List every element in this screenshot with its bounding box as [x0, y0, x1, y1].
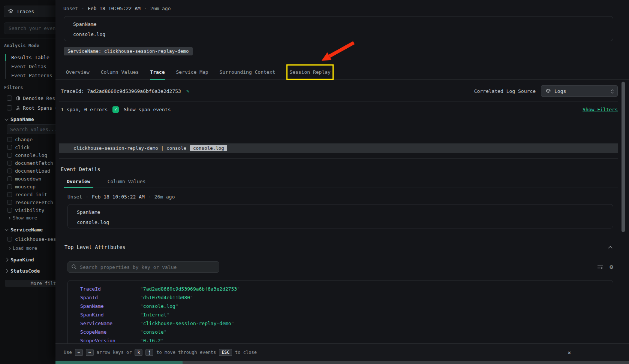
- analysis-mode-item[interactable]: Event Patterns: [0, 71, 55, 80]
- spanname-value-list: change click console.log documentFetch: [0, 136, 55, 214]
- filter-value-item[interactable]: change: [0, 136, 55, 143]
- event-drawer: Unset · Feb 18 10:05:22 AM · 26m ago Spa…: [55, 0, 629, 361]
- load-more-link[interactable]: Load more: [0, 245, 55, 252]
- checkbox: [7, 237, 12, 242]
- top-level-attributes-header[interactable]: Top Level Attributes: [64, 243, 612, 252]
- bottom-hscrollbar-track[interactable]: [183, 361, 629, 364]
- analysis-mode-list: Results Table Event Deltas Event Pattern…: [0, 53, 55, 80]
- filter-group-statuscode[interactable]: StatusCode: [0, 266, 55, 275]
- attribute-row: SpanId d51079d4eb11b080: [68, 293, 613, 302]
- keyboard-hints: Use ← → arrow keys or k j to move throug…: [64, 349, 257, 356]
- filter-value-label: documentLoad: [15, 168, 50, 174]
- sidebar-divider: [0, 39, 55, 39]
- event-details-tab[interactable]: Overview: [64, 175, 93, 188]
- drawer-tab[interactable]: Column Values: [101, 65, 139, 79]
- filter-value-item[interactable]: console.log: [0, 151, 55, 159]
- analysis-mode-item[interactable]: Results Table: [0, 53, 55, 62]
- filter-group-servicename[interactable]: ServiceName: [0, 225, 55, 234]
- filter-value-label: resourceFetch: [15, 200, 53, 205]
- show-span-events-label: Show span events: [124, 107, 171, 112]
- log-source-select[interactable]: Logs: [541, 85, 618, 97]
- checkbox: [7, 153, 12, 158]
- event-timestamp: Feb 18 10:05:22 AM: [88, 6, 141, 11]
- chevron-down-icon: [5, 117, 9, 121]
- edit-pencil-icon[interactable]: ✎: [186, 88, 189, 94]
- filter-value-item[interactable]: mouseup: [0, 183, 55, 191]
- show-more-link[interactable]: Show more: [0, 214, 55, 222]
- filter-value-item[interactable]: clickhouse-session-replay-demo: [0, 235, 55, 243]
- filter-value-item[interactable]: click: [0, 143, 55, 151]
- spanname-values-search-input[interactable]: [7, 124, 55, 134]
- attributes-search-row: ⚙: [67, 261, 613, 273]
- filter-value-item[interactable]: resourceFetch: [0, 198, 55, 206]
- attribute-row: SpanKind Internal: [68, 310, 613, 319]
- attribute-row: ServiceName clickhouse-session-replay-de…: [68, 319, 613, 328]
- checkbox: [7, 145, 12, 150]
- log-source-value: Logs: [554, 88, 608, 94]
- attribute-key: ScopeVersion: [80, 338, 140, 343]
- close-icon[interactable]: ✕: [568, 349, 571, 356]
- drawer-tab[interactable]: Service Map: [176, 65, 208, 79]
- wrap-lines-icon[interactable]: [597, 264, 603, 270]
- source-select[interactable]: Traces: [4, 6, 55, 17]
- search-icon: [71, 264, 77, 270]
- drawer-tabs: Overview Column Values Trace Service Map…: [55, 65, 629, 80]
- root-spans-only-toggle[interactable]: Root Spans Only: [0, 103, 55, 112]
- event-age: 26m ago: [150, 6, 171, 11]
- checkbox: [7, 176, 12, 181]
- filter-value-item[interactable]: record init: [0, 191, 55, 198]
- event-timestamp: Feb 18 10:05:22 AM: [92, 194, 145, 200]
- hierarchy-icon: [16, 106, 21, 110]
- drawer-tab[interactable]: Session Replay: [286, 64, 334, 80]
- trace-waterfall-row[interactable]: clickhouse-session-replay-demo | console…: [59, 143, 618, 153]
- attribute-key: SpanId: [80, 295, 140, 300]
- filter-group-spankind[interactable]: SpanKind: [0, 255, 55, 264]
- filter-value-item[interactable]: documentLoad: [0, 167, 55, 175]
- checkbox: [7, 137, 12, 142]
- key-k: k: [135, 349, 142, 356]
- key-j: j: [145, 349, 153, 356]
- divider: [59, 158, 618, 159]
- attribute-key: SpanKind: [80, 312, 140, 318]
- service-name-chip[interactable]: ServiceName: clickhouse-session-replay-d…: [64, 47, 193, 55]
- chevron-right-icon: [5, 269, 9, 273]
- event-details-tab[interactable]: Column Values: [105, 175, 149, 188]
- drawer-scrollbar[interactable]: [622, 82, 625, 232]
- filter-group-spanname[interactable]: SpanName: [0, 115, 55, 124]
- app-root: Traces Analysis Mode Results Table Event…: [0, 0, 629, 364]
- filter-value-label: click: [15, 145, 30, 150]
- checkbox: [7, 208, 12, 213]
- show-filters-link[interactable]: Show Filters: [583, 107, 618, 112]
- span-name-card: SpanName console.log: [67, 204, 613, 228]
- attribute-value: Internal: [140, 312, 169, 318]
- show-span-events-checkbox[interactable]: [112, 106, 119, 113]
- filter-group-label: StatusCode: [10, 268, 40, 274]
- attributes-search-input[interactable]: [67, 261, 219, 273]
- drawer-tab[interactable]: Surrounding Context: [220, 65, 276, 79]
- analysis-mode-item[interactable]: Event Deltas: [0, 62, 55, 71]
- layers-icon: [8, 9, 13, 14]
- span-summary-row: 1 span, 0 errors Show span events Show F…: [61, 105, 618, 114]
- attribute-key: SpanName: [80, 303, 140, 309]
- toggle-label: Denoise Results: [23, 95, 55, 101]
- event-details-heading: Event Details: [61, 166, 100, 172]
- filter-value-item[interactable]: mousedown: [0, 175, 55, 183]
- gear-icon[interactable]: ⚙: [610, 264, 613, 270]
- select-chevrons-icon: [611, 89, 613, 94]
- checkbox: [7, 161, 12, 166]
- bottom-hscrollbar-thumb[interactable]: [55, 361, 183, 364]
- event-search-input[interactable]: [4, 22, 55, 34]
- event-header: Unset · Feb 18 10:05:22 AM · 26m ago: [63, 6, 171, 11]
- drawer-tab[interactable]: Trace: [150, 65, 165, 79]
- filter-value-item[interactable]: documentFetch: [0, 159, 55, 167]
- status-badge: Unset: [63, 6, 78, 11]
- filter-value-item[interactable]: visibility: [0, 206, 55, 214]
- event-age: 26m ago: [154, 194, 175, 200]
- drawer-tab[interactable]: Overview: [66, 65, 90, 79]
- filter-group-label: SpanKind: [10, 257, 34, 263]
- toggle-label: Root Spans Only: [23, 105, 55, 111]
- more-filters-button[interactable]: More filters: [5, 280, 55, 287]
- attributes-table: TraceId 7ad2ad8660c9d53969a6bf6a3e2d2753…: [67, 280, 613, 346]
- denoise-results-toggle[interactable]: Denoise Results: [0, 94, 55, 103]
- trace-header-row: TraceId: 7ad2ad8660c9d53969a6bf6a3e2d275…: [61, 85, 618, 97]
